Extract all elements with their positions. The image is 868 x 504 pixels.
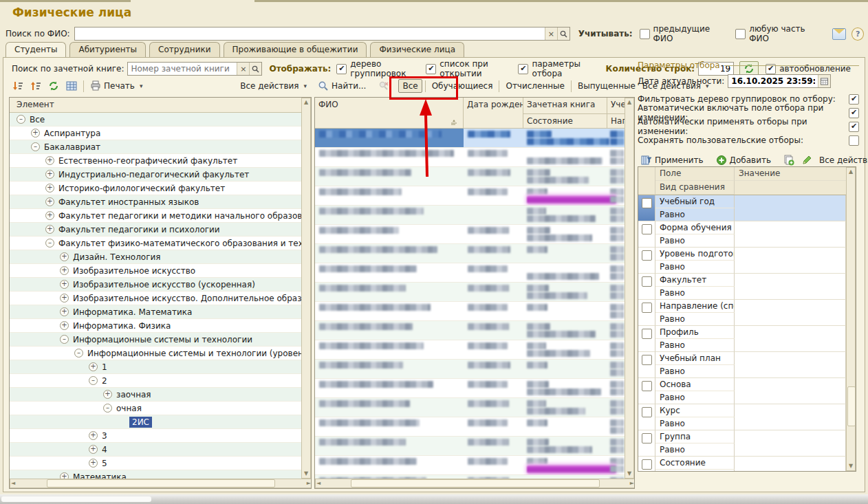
tree-all-actions-button[interactable]: Все действия (237, 80, 310, 92)
student-row[interactable] (315, 340, 634, 360)
filter-option-checkbox[interactable] (849, 108, 859, 118)
tree-item[interactable]: –Информационные системы и технологии (10, 333, 311, 347)
display-option-checkbox-3[interactable] (518, 64, 528, 74)
filter-field-value[interactable] (735, 352, 846, 378)
expand-node-icon[interactable]: + (60, 294, 69, 303)
tree-item[interactable]: –очная (10, 402, 311, 415)
tree-item[interactable]: +3 (10, 429, 311, 443)
student-row[interactable] (315, 167, 634, 186)
filter-field-checkbox[interactable] (642, 381, 652, 391)
tree-item[interactable]: +4 (10, 443, 311, 457)
filter-field-row[interactable]: ОсноваРавно (638, 378, 856, 404)
expand-node-icon[interactable]: + (60, 321, 69, 330)
params-vertical-scrollbar[interactable]: ▲▼ (846, 167, 856, 471)
tree-item[interactable]: +Историко-филологический факультет (10, 182, 311, 195)
copy-add-button[interactable] (780, 153, 798, 167)
filter-field-checkbox[interactable] (642, 329, 652, 339)
column-birthdate[interactable]: Дата рождения (464, 98, 523, 129)
filter-field-row[interactable]: СостояниеРавно (638, 457, 856, 472)
filter-field-row[interactable]: ГруппаРавно (638, 430, 856, 457)
student-row[interactable] (315, 244, 634, 263)
clear-icon[interactable]: × (237, 63, 249, 75)
column-value[interactable]: Значение (735, 167, 846, 181)
column-compare[interactable]: Вид сравнения (655, 181, 735, 195)
book-search-input[interactable]: × (127, 62, 262, 76)
expand-node-icon[interactable]: + (45, 156, 54, 165)
column-study-cut[interactable]: Учеб (607, 98, 626, 113)
student-row[interactable] (315, 129, 634, 148)
filter-field-value[interactable] (735, 274, 846, 300)
student-row[interactable] (315, 379, 634, 398)
expand-node-icon[interactable]: + (103, 390, 112, 399)
student-row[interactable] (315, 148, 634, 167)
tree-item[interactable]: +1 (10, 360, 311, 374)
tree-item[interactable]: +Индустриально-педагогический факультет (10, 168, 311, 182)
filter-field-checkbox[interactable] (642, 198, 652, 208)
filter-field-value[interactable] (735, 195, 846, 221)
tree-item[interactable]: +Факультет иностранных языков (10, 195, 311, 209)
filter-field-checkbox[interactable] (642, 459, 652, 470)
collapse-all-button[interactable] (27, 79, 45, 93)
collapse-node-icon[interactable]: – (60, 335, 69, 344)
filter-field-row[interactable]: ПрофильРавно (638, 326, 856, 352)
filter-field-row[interactable]: ФакультетРавно (638, 274, 856, 300)
fio-search-input[interactable]: × (74, 27, 570, 41)
tree-item[interactable]: +Факультет педагогики и психологии (10, 223, 311, 237)
filter-field-value[interactable] (735, 404, 846, 430)
fio-search-input-field[interactable] (75, 28, 545, 39)
filter-field-row[interactable]: Форма обученияРавно (638, 221, 856, 248)
actual-date-input[interactable] (728, 74, 831, 88)
tree-vertical-scrollbar[interactable]: ▲▼ (301, 98, 311, 479)
consider-option-1[interactable]: предыдущие ФИО (640, 24, 725, 43)
student-row[interactable] (315, 302, 634, 321)
column-direction-cut[interactable]: Напр (607, 113, 626, 129)
tree-item[interactable]: +Информатика. Физика (10, 319, 311, 333)
tree-item[interactable]: +5 (10, 457, 311, 470)
find-button[interactable]: Найти... (314, 79, 369, 93)
expand-node-icon[interactable]: + (89, 459, 98, 468)
student-row[interactable] (315, 321, 634, 340)
filter-field-row[interactable]: Уровень подготовкиРавно (638, 248, 856, 274)
expand-node-icon[interactable]: + (60, 266, 69, 275)
clear-search-button[interactable] (375, 79, 393, 93)
filter-field-row[interactable]: Направление (спец...Равно (638, 300, 856, 326)
tree-item[interactable]: +Информатика. Математика (10, 305, 311, 319)
filter-field-row[interactable]: КурсРавно (638, 404, 856, 430)
search-icon[interactable] (249, 63, 261, 75)
display-option-checkbox-2[interactable] (426, 64, 436, 74)
filter-field-checkbox[interactable] (642, 224, 652, 234)
tab-3[interactable]: Сотрудники (149, 42, 219, 57)
column-state[interactable]: Состояние (523, 113, 607, 129)
expand-node-icon[interactable]: + (45, 197, 54, 206)
expand-node-icon[interactable]: + (89, 431, 98, 440)
tree-item[interactable]: +Изобразительное искусство (10, 264, 311, 278)
filter-field-value[interactable] (735, 378, 846, 404)
help-icon[interactable]: ? (851, 28, 864, 41)
filter-option-checkbox[interactable] (849, 94, 859, 105)
filter-field-checkbox[interactable] (642, 303, 652, 313)
tree-item[interactable]: –Факультет физико-математического образо… (10, 237, 311, 250)
consider-option-checkbox-2[interactable] (735, 29, 746, 39)
filter-field-value[interactable] (735, 457, 846, 472)
list-vertical-scrollbar[interactable]: ▲▼ (625, 98, 634, 479)
filter-field-row[interactable]: Учебный планРавно (638, 352, 856, 378)
filter-button-3[interactable]: Отчисленные (502, 80, 568, 92)
tree-item[interactable]: +Аспирантура (10, 127, 311, 140)
filter-field-value[interactable] (735, 300, 846, 326)
expand-node-icon[interactable]: + (45, 211, 54, 220)
student-row[interactable] (315, 263, 634, 283)
filter-button-1[interactable]: Все (398, 79, 422, 93)
apply-button[interactable]: Применить (638, 153, 707, 167)
add-button[interactable]: Добавить (713, 153, 774, 167)
tree-item[interactable]: +Факультет педагогики и методики начальн… (10, 209, 311, 223)
filter-option-checkbox[interactable] (849, 135, 859, 146)
expand-node-icon[interactable]: + (45, 225, 54, 234)
tree-item[interactable]: +Изобразительное искусство (ускоренная) (10, 278, 311, 292)
tab-1[interactable]: Студенты (6, 42, 66, 57)
filter-field-checkbox[interactable] (642, 250, 652, 261)
tree-item[interactable]: –Бакалавриат (10, 140, 311, 154)
tab-5[interactable]: Физические лица (370, 42, 464, 57)
edit-button[interactable] (798, 153, 816, 167)
tree-item[interactable]: –Информационные системы и технологии (ур… (10, 347, 311, 360)
collapse-node-icon[interactable]: – (89, 376, 98, 385)
